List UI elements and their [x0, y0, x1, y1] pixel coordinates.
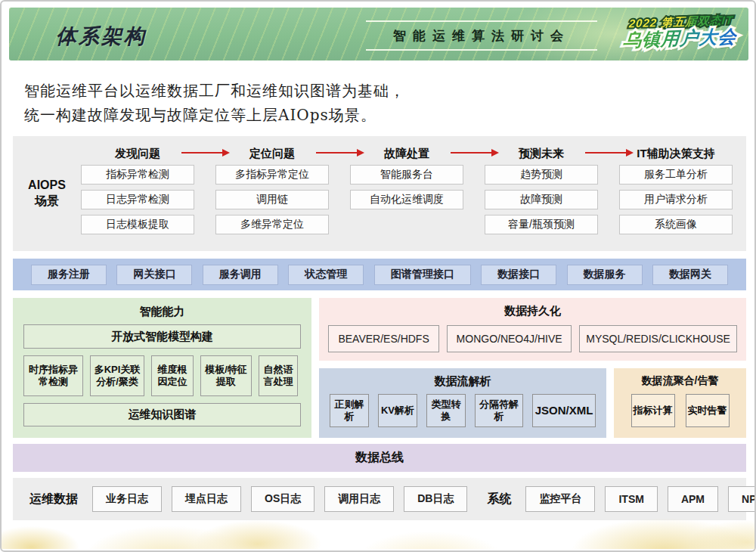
column-header: 发现问题 [81, 142, 194, 165]
stream-parse-title: 数据流解析 [330, 374, 596, 389]
log-box: 调用日志 [324, 486, 394, 512]
aiops-box: 服务工单分析 [619, 165, 733, 185]
aiops-column-predict: 预测未来 趋势预测 故障预测 容量/瓶颈预测 [485, 142, 598, 251]
footer-clouds-decoration [2, 516, 754, 549]
event-logo: 2022 第五届双态IT 2022 第五届双态IT 乌镇用户大会 乌镇用户大会 [603, 14, 756, 51]
storage-box: BEAVER/ES/HDFS [328, 325, 439, 352]
capability-row: 时序指标异常检测 多KPI关联分析/聚类 维度根因定位 模板/特征提取 自然语言… [23, 355, 301, 396]
aiops-section-label: AIOPS 场景 [13, 136, 81, 251]
parse-box: JSON/XML [532, 394, 596, 427]
aiops-box: 容量/瓶颈预测 [485, 215, 598, 234]
capability-box: 维度根因定位 [151, 355, 194, 396]
system-box: ITSM [605, 486, 657, 512]
parse-row: 正则解析 KV解析 类型转换 分隔符解析 JSON/XML [330, 394, 596, 427]
stream-agg-panel: 数据流聚合/告警 指标计算 实时告警 [614, 368, 746, 438]
open-model-box: 开放式智能模型构建 [23, 324, 301, 349]
flow-arrow-icon [181, 150, 230, 156]
system-label: 系统 [487, 492, 511, 507]
stream-agg-title: 数据流聚合/告警 [626, 374, 734, 388]
log-box: 埋点日志 [172, 486, 241, 512]
service-item: 数据网关 [652, 265, 728, 285]
column-header: 故障处置 [350, 142, 463, 165]
storage-box: MONGO/NEO4J/HIVE [447, 325, 572, 352]
intelligence-panel: 智能能力 开放式智能模型构建 时序指标异常检测 多KPI关联分析/聚类 维度根因… [13, 298, 311, 438]
intelligence-title: 智能能力 [23, 305, 301, 319]
aiops-column-locate: 定位问题 多指标异常定位 调用链 多维异常定位 [215, 142, 329, 251]
flow-arrow-icon [451, 150, 499, 156]
aiops-box: 日志模板提取 [81, 215, 194, 234]
aiops-box: 用户请求分析 [619, 190, 733, 209]
column-header: 预测未来 [485, 142, 598, 165]
service-item: 网关接口 [116, 265, 192, 285]
flow-arrow-icon [316, 150, 364, 156]
aiops-box: 日志异常检测 [81, 190, 194, 209]
persistence-title: 数据持久化 [328, 304, 737, 318]
aiops-column-handle: 故障处置 智能服务台 自动化运维调度 [350, 142, 463, 251]
aiops-section: AIOPS 场景 发现问题 指标异常检测 日志异常检测 日志模板提取 定位问题 … [13, 136, 746, 251]
service-item: 图谱管理接口 [374, 265, 471, 285]
intro-line1: 智能运维平台以运维数据工厂和运维知识图谱为基础， [24, 79, 405, 103]
aiops-column-discover: 发现问题 指标异常检测 日志异常检测 日志模板提取 [81, 142, 194, 251]
header-banner: 体系架构 智能运维算法研讨会 2022 第五届双态IT 2022 第五届双态IT… [9, 8, 748, 60]
aiops-columns: 发现问题 指标异常检测 日志异常检测 日志模板提取 定位问题 多指标异常定位 调… [81, 136, 746, 251]
aiops-box: 智能服务台 [350, 165, 463, 185]
column-header: IT辅助决策支持 [619, 142, 733, 165]
system-box: 监控平台 [525, 486, 595, 512]
log-box: OS日志 [251, 486, 314, 512]
service-item: 服务注册 [31, 265, 107, 285]
service-item: 状态管理 [288, 265, 364, 285]
aiops-box: 多指标异常定位 [215, 165, 329, 185]
agg-row: 指标计算 实时告警 [626, 394, 734, 427]
aiops-box: 自动化运维调度 [350, 190, 463, 209]
system-box: NPM [728, 486, 756, 512]
log-box: 业务日志 [92, 486, 162, 512]
agg-box: 实时告警 [686, 394, 730, 427]
ops-data-label: 运维数据 [29, 492, 78, 507]
aiops-box: 多维异常定位 [215, 215, 329, 234]
aiops-box: 故障预测 [485, 190, 598, 209]
aiops-box: 指标异常检测 [81, 165, 194, 185]
data-sources-row: 运维数据 业务日志 埋点日志 OS日志 调用日志 DB日志 系统 监控平台 IT… [13, 478, 746, 520]
aiops-box: 系统画像 [619, 215, 733, 234]
intro-line2: 统一构建故障发现与故障定位等上层AIOps场景。 [24, 103, 405, 127]
capability-box: 时序指标异常检测 [23, 355, 83, 396]
parse-box: 正则解析 [330, 394, 369, 427]
system-box: APM [668, 486, 718, 512]
capability-box: 模板/特征提取 [200, 355, 252, 396]
agg-box: 指标计算 [631, 394, 675, 427]
seminar-title-block: 智能运维算法研讨会 [366, 20, 597, 51]
event-logo-line2: 乌镇用户大会 乌镇用户大会 [622, 26, 737, 49]
slide-page: 体系架构 智能运维算法研讨会 2022 第五届双态IT 2022 第五届双态IT… [0, 0, 756, 552]
page-title: 体系架构 [56, 23, 147, 50]
parse-box: 类型转换 [426, 394, 466, 427]
aiops-box: 趋势预测 [485, 165, 598, 185]
storage-box: MYSQL/REDIS/CLICKHOUSE [579, 325, 737, 352]
seminar-title: 智能运维算法研讨会 [393, 29, 570, 43]
service-item: 数据接口 [481, 265, 556, 285]
parse-box: 分隔符解析 [475, 394, 523, 427]
aiops-box: 调用链 [215, 190, 329, 209]
log-box: DB日志 [404, 486, 467, 512]
knowledge-graph-box: 运维知识图谱 [23, 403, 301, 426]
stream-parse-panel: 数据流解析 正则解析 KV解析 类型转换 分隔符解析 JSON/XML [319, 368, 606, 438]
storage-row: BEAVER/ES/HDFS MONGO/NEO4J/HIVE MYSQL/RE… [328, 325, 737, 352]
column-header: 定位问题 [215, 142, 329, 165]
service-item: 服务调用 [203, 265, 278, 285]
data-bus-row: 数据总线 [13, 444, 746, 472]
aiops-column-decision: IT辅助决策支持 服务工单分析 用户请求分析 系统画像 [619, 142, 733, 251]
parse-box: KV解析 [378, 394, 417, 427]
service-bus-row: 服务注册 网关接口 服务调用 状态管理 图谱管理接口 数据接口 数据服务 数据网… [13, 259, 746, 290]
service-item: 数据服务 [567, 265, 643, 285]
persistence-panel: 数据持久化 BEAVER/ES/HDFS MONGO/NEO4J/HIVE MY… [319, 298, 746, 361]
flow-arrow-icon [585, 150, 634, 156]
capability-box: 多KPI关联分析/聚类 [90, 355, 144, 396]
intro-text: 智能运维平台以运维数据工厂和运维知识图谱为基础， 统一构建故障发现与故障定位等上… [24, 79, 405, 127]
capability-box: 自然语言处理 [259, 355, 298, 396]
